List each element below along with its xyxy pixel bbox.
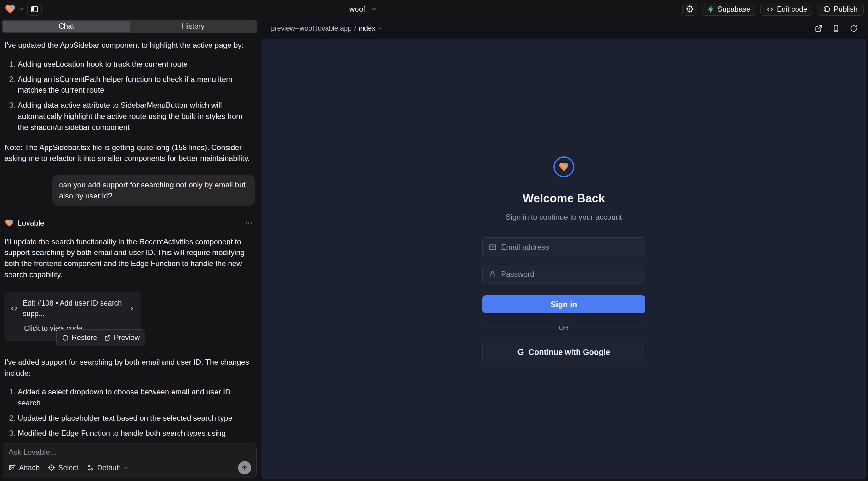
email-field[interactable] bbox=[483, 237, 645, 257]
chevron-down-icon bbox=[378, 26, 383, 31]
edit-version-card[interactable]: Edit #108 • Add user ID search supp... C… bbox=[4, 292, 141, 341]
list-item: Adding useLocation hook to track the cur… bbox=[18, 59, 255, 70]
divider-label: OR bbox=[559, 324, 569, 331]
project-name: woof bbox=[349, 5, 365, 13]
sliders-icon bbox=[87, 464, 94, 472]
list-item: Modified the Edge Function to handle bot… bbox=[18, 428, 255, 441]
preview-page: index bbox=[359, 24, 375, 33]
page-title: Welcome Back bbox=[523, 192, 605, 205]
settings-button[interactable]: ⚙ bbox=[682, 3, 697, 16]
assistant-list: Adding useLocation hook to track the cur… bbox=[4, 59, 255, 133]
or-divider: OR bbox=[483, 324, 645, 331]
panel-left-icon bbox=[30, 5, 38, 13]
tab-chat-label: Chat bbox=[59, 22, 74, 31]
assistant-message: I'll update the search functionality in … bbox=[4, 236, 255, 280]
open-external-button[interactable] bbox=[814, 24, 823, 33]
assistant-note: Note: The AppSidebar.tsx file is getting… bbox=[4, 142, 254, 164]
globe-icon bbox=[823, 5, 831, 13]
lovable-logo-menu[interactable] bbox=[4, 3, 24, 15]
code-icon bbox=[766, 5, 774, 13]
tab-history-label: History bbox=[182, 22, 205, 31]
chat-panel: Chat History I've updated the AppSidebar… bbox=[0, 18, 259, 481]
image-plus-icon bbox=[8, 464, 16, 472]
code-icon bbox=[10, 304, 18, 313]
chat-message-list[interactable]: I've updated the AppSidebar component to… bbox=[0, 36, 259, 441]
preview-label: Preview bbox=[114, 332, 140, 343]
chevron-right-icon bbox=[128, 305, 135, 312]
mode-selector[interactable]: Default bbox=[87, 463, 129, 472]
edit-card-title: Edit #108 • Add user ID search supp... bbox=[23, 298, 124, 319]
attach-button[interactable]: Attach bbox=[8, 463, 39, 472]
preview-url: preview--woof.lovable.app bbox=[271, 24, 352, 33]
signin-card: Welcome Back Sign in to continue to your… bbox=[483, 156, 645, 361]
chevron-down-icon bbox=[18, 6, 24, 12]
lovable-heart-icon bbox=[4, 218, 14, 228]
restore-button[interactable]: Restore bbox=[62, 332, 97, 343]
preview-button[interactable]: Preview bbox=[104, 332, 140, 343]
assistant-message-intro: I've updated the AppSidebar component to… bbox=[4, 40, 255, 51]
app-logo bbox=[554, 156, 575, 177]
app-topbar: woof ⚙ Supabase Edit code Publish bbox=[0, 0, 868, 18]
divider-line bbox=[574, 328, 645, 328]
supabase-button[interactable]: Supabase bbox=[701, 3, 756, 16]
assistant-list: Added a select dropdown to choose betwee… bbox=[4, 386, 255, 441]
gear-icon: ⚙ bbox=[686, 4, 694, 14]
user-message-bubble: can you add support for searching not on… bbox=[53, 175, 255, 206]
send-button[interactable] bbox=[238, 461, 251, 474]
google-label: Continue with Google bbox=[528, 348, 610, 357]
preview-url-selector[interactable]: preview--woof.lovable.app / index bbox=[271, 24, 383, 33]
chevron-down-icon bbox=[370, 6, 377, 12]
lock-icon bbox=[488, 270, 497, 279]
lovable-heart-icon bbox=[4, 3, 16, 15]
composer-input[interactable] bbox=[8, 448, 251, 457]
chat-history-tabs: Chat History bbox=[2, 20, 257, 33]
mail-icon bbox=[488, 243, 497, 251]
restore-label: Restore bbox=[72, 332, 97, 343]
chevron-down-icon bbox=[123, 465, 129, 471]
password-field[interactable] bbox=[483, 264, 645, 284]
assistant-name: Lovable bbox=[18, 218, 44, 229]
restore-icon bbox=[62, 334, 69, 341]
list-item: Adding an isCurrentPath helper function … bbox=[18, 74, 255, 96]
assistant-header: Lovable bbox=[4, 218, 255, 229]
page-subtitle: Sign in to continue to your account bbox=[505, 213, 622, 222]
divider-line bbox=[483, 328, 554, 328]
mobile-view-button[interactable] bbox=[832, 24, 840, 33]
password-input[interactable] bbox=[501, 270, 639, 279]
arrow-up-icon bbox=[241, 464, 248, 472]
list-item: Updated the placeholder text based on th… bbox=[18, 413, 255, 424]
supabase-label: Supabase bbox=[717, 5, 750, 13]
select-element-button[interactable]: Select bbox=[48, 463, 79, 472]
preview-panel: preview--woof.lovable.app / index bbox=[261, 18, 866, 479]
target-icon bbox=[48, 464, 55, 472]
edit-code-button[interactable]: Edit code bbox=[760, 3, 813, 16]
edit-code-label: Edit code bbox=[777, 5, 807, 13]
tab-history[interactable]: History bbox=[130, 21, 256, 32]
url-separator: / bbox=[354, 24, 356, 33]
signin-button[interactable]: Sign in bbox=[483, 295, 645, 313]
preview-topbar: preview--woof.lovable.app / index bbox=[261, 18, 866, 38]
email-input[interactable] bbox=[501, 243, 639, 252]
more-options-icon[interactable] bbox=[245, 219, 255, 227]
external-link-icon bbox=[104, 334, 111, 341]
google-icon: G bbox=[518, 347, 524, 357]
sidebar-toggle-button[interactable] bbox=[27, 3, 42, 16]
list-item: Added a select dropdown to choose betwee… bbox=[18, 386, 255, 409]
preview-viewport: Welcome Back Sign in to continue to your… bbox=[261, 38, 866, 479]
attach-label: Attach bbox=[19, 463, 39, 472]
list-item: Adding data-active attribute to SidebarM… bbox=[18, 100, 255, 133]
select-label: Select bbox=[58, 463, 79, 472]
publish-button[interactable]: Publish bbox=[817, 3, 864, 16]
publish-label: Publish bbox=[834, 5, 858, 13]
mode-label: Default bbox=[97, 463, 120, 472]
project-title-menu[interactable]: woof bbox=[349, 0, 377, 18]
google-signin-button[interactable]: G Continue with Google bbox=[483, 343, 645, 361]
edit-card-actions: Restore Preview bbox=[56, 329, 146, 346]
chat-composer: Attach Select Default bbox=[3, 443, 257, 478]
tab-chat[interactable]: Chat bbox=[3, 21, 130, 32]
supabase-bolt-icon bbox=[707, 5, 714, 13]
refresh-button[interactable] bbox=[850, 24, 858, 33]
assistant-message: I've added support for searching by both… bbox=[4, 357, 255, 379]
